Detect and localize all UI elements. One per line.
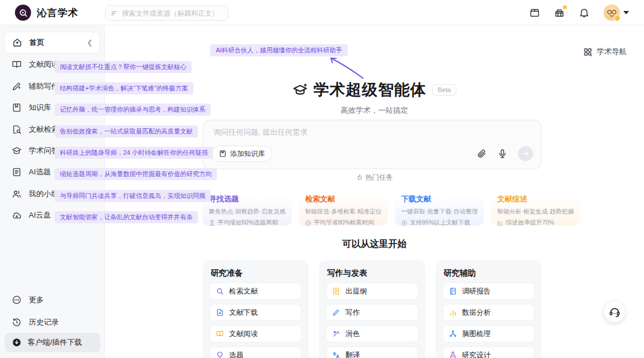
hourglass-icon — [209, 220, 215, 226]
app-window: 沁言学术 — [0, 0, 644, 358]
hot-task-download-literature[interactable]: 下载文献 一键获取·批量下载·自动整理 支持95%以上文献下载 — [395, 189, 484, 226]
microphone-icon[interactable] — [497, 148, 508, 159]
clock-icon — [305, 220, 311, 226]
users-icon — [12, 189, 22, 199]
academic-nav-link[interactable]: 学术导航 — [582, 47, 627, 57]
sidebar-item-home[interactable]: 首页 ❮ — [5, 32, 100, 54]
flame-icon — [356, 174, 363, 181]
briefcase-icon[interactable] — [529, 7, 540, 18]
start-item-topic-selection[interactable]: 选题 — [209, 346, 302, 358]
cloud-icon — [12, 210, 22, 220]
filter-icon — [110, 9, 119, 17]
sidebar-tooltip-ai-cloud: 文献智能管家，让杂乱的文献自动变得井井有条 — [55, 211, 198, 223]
pen-icon — [12, 81, 22, 92]
start-item-research-design[interactable]: 研究设计 — [443, 346, 535, 358]
trend-icon — [497, 220, 504, 226]
start-item-writing[interactable]: 写作 — [326, 304, 418, 321]
prompt-input[interactable] — [214, 127, 524, 143]
report-icon — [449, 287, 457, 295]
sidebar-item-history[interactable]: 历史记录 — [5, 314, 100, 330]
page-title: 学术超级智能体 — [314, 79, 426, 100]
outline-doc-icon — [332, 287, 340, 295]
download-circle-icon — [12, 337, 22, 348]
hot-tasks-grid: 寻找选题 聚焦热点·洞察趋势·启发灵感 平均缩短60%选题周期 检索文献 智能筛… — [203, 189, 542, 226]
wand-icon — [332, 330, 340, 338]
app-logo-icon — [15, 5, 31, 21]
caret-down-icon — [623, 11, 629, 14]
start-item-read-literature[interactable]: 文献阅读 — [209, 325, 302, 342]
lightbulb-icon — [216, 351, 224, 358]
pen-icon — [332, 309, 340, 317]
headset-icon — [608, 306, 621, 318]
bell-icon[interactable] — [578, 7, 590, 18]
start-item-polish[interactable]: 润色 — [326, 325, 418, 342]
start-column-writing-publish: 写作与发表 出提纲 写作 润色 翻译 — [319, 260, 425, 358]
start-item-research-report[interactable]: 调研报告 — [443, 283, 535, 300]
user-menu[interactable] — [603, 4, 629, 21]
support-button[interactable] — [604, 302, 625, 322]
translate-icon — [332, 351, 340, 358]
gift-icon[interactable] — [554, 7, 565, 18]
journal-icon — [219, 150, 227, 158]
start-column-research-assist: 研究辅助 调研报告 数据分析 脑图梳理 研究设计 — [436, 260, 542, 358]
home-icon — [12, 37, 22, 48]
prompt-card: 添加知识库 — [203, 120, 542, 169]
promo-badge: AI科研合伙人，越用越懂你的全流程科研助手 — [210, 44, 348, 56]
sidebar-tooltip-academic-qa: 科研路上的随身导师，24 小时待命解答你的任何疑惑 — [55, 147, 213, 159]
sidebar-tooltip-reading: 阅读文献抓不住重点？帮你一键提炼文献核心 — [55, 61, 192, 73]
add-knowledge-base-button[interactable]: 添加知识库 — [211, 146, 272, 162]
start-grid: 研究准备 检索文献 文献下载 文献阅读 选题 — [203, 260, 542, 358]
sidebar-tooltip-literature-search: 告别低效搜索，一站式获取最匹配的高质量文献 — [55, 125, 198, 138]
app-title: 沁言学术 — [37, 6, 78, 20]
start-column-research-prep: 研究准备 检索文献 文献下载 文献阅读 选题 — [203, 260, 308, 358]
grid-search-icon — [582, 47, 593, 57]
start-item-search-literature[interactable]: 检索文献 — [209, 283, 302, 300]
book-open-icon — [12, 59, 22, 70]
history-icon — [12, 317, 22, 327]
file-download-icon — [216, 309, 224, 317]
avatar[interactable] — [603, 4, 620, 21]
start-item-outline[interactable]: 出提纲 — [326, 283, 418, 300]
flask-icon — [449, 351, 457, 358]
top-bar: 沁言学术 — [0, 0, 644, 25]
book-open-icon — [216, 330, 224, 338]
sidebar-item-client-download[interactable]: 客户端/插件下载 — [5, 333, 100, 352]
search-icon — [216, 287, 224, 295]
doc-list-icon — [12, 167, 22, 177]
bar-chart-icon — [449, 309, 457, 317]
global-search[interactable] — [105, 5, 228, 21]
search-input[interactable] — [122, 9, 214, 17]
paperclip-icon[interactable] — [477, 148, 487, 159]
ellipsis-circle-icon — [12, 295, 22, 305]
sidebar-tooltip-writing: 结构搭建+学术润色，解决“下笔难”的终极方案 — [55, 82, 193, 94]
send-button[interactable] — [518, 146, 533, 161]
start-section-heading: 可以从这里开始 — [105, 238, 644, 250]
beta-badge: Beta — [432, 84, 457, 96]
sidebar-item-more[interactable]: 更多 — [5, 292, 100, 308]
download-icon — [401, 220, 407, 226]
graduation-cap-icon — [12, 146, 22, 156]
sidebar-tooltip-ai-topic: 缩短选题周期，从海量数据中挖掘最有价值的研究方向 — [55, 168, 217, 180]
journal-icon — [12, 102, 22, 113]
mindmap-icon — [449, 330, 457, 338]
start-item-download-literature[interactable]: 文献下载 — [209, 304, 302, 321]
arrow-right-icon — [521, 150, 529, 158]
sidebar-tooltip-knowledge-base: 记忆外脑，统一管理你的摘录与思考，构建知识体系 — [55, 104, 211, 116]
sidebar-tooltip-my-group: 与导师同门共读共享，打破信息孤岛，实现知识同频 — [55, 190, 211, 202]
start-item-translate[interactable]: 翻译 — [326, 346, 418, 358]
promo-arrow-icon — [326, 55, 367, 81]
hot-task-find-topic[interactable]: 寻找选题 聚焦热点·洞察趋势·启发灵感 平均缩短60%选题周期 — [203, 189, 292, 226]
collapse-sidebar-button[interactable]: ❮ — [87, 39, 93, 47]
file-search-icon — [12, 124, 22, 135]
graduation-cap-icon — [292, 82, 308, 98]
hot-task-search-literature[interactable]: 检索文献 智能筛选·多维检索·精准定位 平均节省80%检索时间 — [299, 189, 388, 226]
start-item-data-analysis[interactable]: 数据分析 — [443, 304, 535, 321]
notification-dot — [563, 5, 567, 9]
avatar-badge — [614, 15, 620, 21]
start-item-mindmap[interactable]: 脑图梳理 — [443, 325, 535, 342]
hot-task-literature-review[interactable]: 文献综述 智能分析·框架生成·趋势把握 综述效率提升70% — [491, 189, 580, 226]
